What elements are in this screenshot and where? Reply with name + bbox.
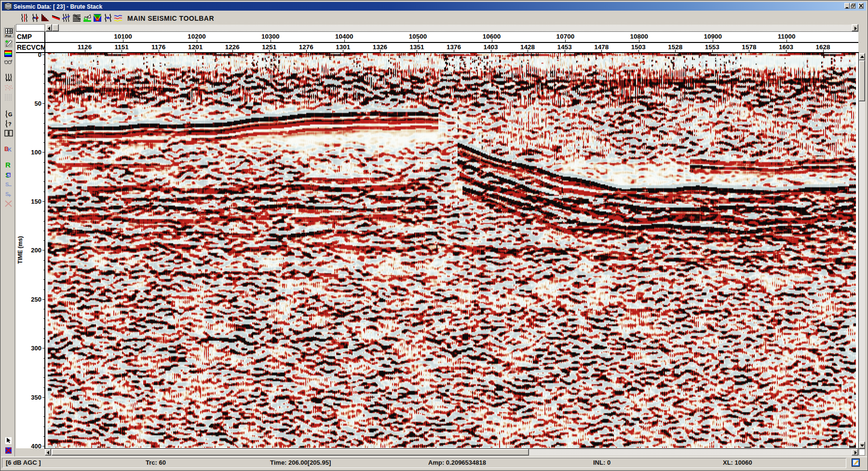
- svg-text:4: 4: [11, 59, 13, 62]
- svg-text:S: S: [7, 173, 10, 178]
- svg-text:S: S: [5, 181, 9, 187]
- svg-text:G: G: [8, 111, 13, 117]
- svg-text:Plot: Plot: [5, 34, 12, 38]
- svg-text:?: ?: [8, 121, 12, 127]
- svg-text:K: K: [8, 147, 12, 152]
- svg-text:S: S: [5, 191, 9, 197]
- svg-text:R: R: [5, 161, 11, 168]
